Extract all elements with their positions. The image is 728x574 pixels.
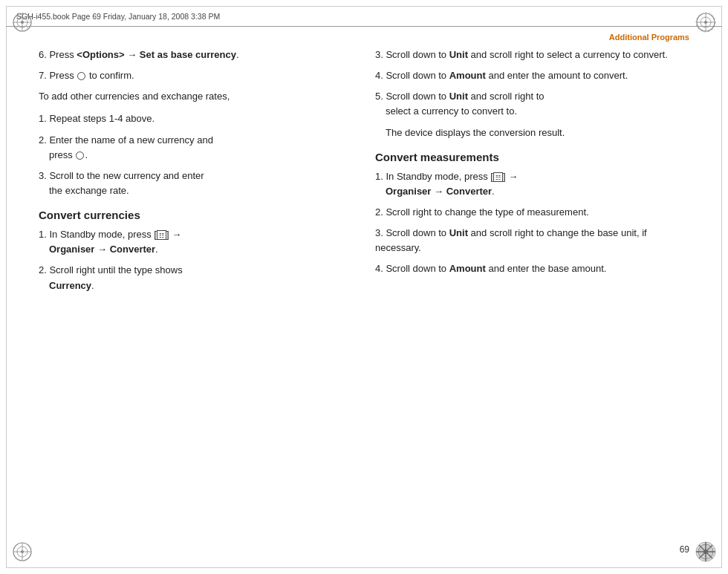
circle-icon bbox=[77, 72, 85, 80]
svg-point-19 bbox=[21, 550, 24, 553]
convert-currencies-title: Convert currencies bbox=[39, 209, 353, 221]
left-column: 6. Press <Options> → Set as base currenc… bbox=[39, 45, 353, 535]
menu-icon: ☷ bbox=[157, 230, 166, 240]
step-1-repeat: 1. Repeat steps 1-4 above. bbox=[39, 111, 353, 126]
convert-currencies-step-1: 1. In Standby mode, press [☷] → Organise… bbox=[39, 227, 353, 257]
right-step-3-unit: 3. Scroll down to Unit and scroll right … bbox=[375, 48, 689, 62]
header-text: SGH-i455.book Page 69 Friday, January 18… bbox=[16, 12, 220, 21]
svg-line-5 bbox=[16, 16, 18, 18]
right-column: 3. Scroll down to Unit and scroll right … bbox=[375, 45, 689, 535]
convert-measurements-step-2: 2. Scroll right to change the type of me… bbox=[375, 205, 689, 220]
convert-currencies-step-2: 2. Scroll right until the type shows Cur… bbox=[39, 263, 353, 293]
corner-decoration-bl bbox=[10, 540, 34, 564]
main-content: 6. Press <Options> → Set as base currenc… bbox=[39, 45, 689, 535]
convert-measurements-step-1: 1. In Standby mode, press [☷] → Organise… bbox=[375, 169, 689, 199]
right-step-4-amount: 4. Scroll down to Amount and enter the a… bbox=[375, 68, 689, 83]
step-3-scroll-currency: 3. Scroll to the new currency and enter … bbox=[39, 169, 353, 198]
menu-icon-2: ☷ bbox=[493, 172, 503, 182]
right-step-5-unit: 5. Scroll down to Unit and scroll right … bbox=[375, 89, 689, 119]
corner-decoration-br bbox=[694, 540, 718, 564]
svg-point-13 bbox=[704, 21, 707, 24]
header-bar: SGH-i455.book Page 69 Friday, January 18… bbox=[6, 6, 722, 27]
convert-measurements-title: Convert measurements bbox=[375, 151, 689, 163]
svg-line-6 bbox=[27, 16, 28, 18]
page-number: 69 bbox=[680, 544, 689, 555]
para-add-currencies: To add other currencies and exchange rat… bbox=[39, 89, 353, 104]
section-header: Additional Programs bbox=[609, 33, 689, 42]
circle-icon-2 bbox=[76, 151, 84, 160]
convert-measurements-step-4: 4. Scroll down to Amount and enter the b… bbox=[375, 261, 689, 276]
corner-decoration-tr bbox=[694, 10, 718, 34]
step-2-enter-name: 2. Enter the name of a new currency and … bbox=[39, 133, 353, 163]
step-7: 7. Press to confirm. bbox=[39, 68, 353, 83]
para-conversion-result: The device displays the conversion resul… bbox=[375, 125, 689, 140]
svg-line-8 bbox=[27, 27, 28, 28]
corner-decoration-tl bbox=[10, 10, 34, 34]
svg-point-26 bbox=[703, 549, 708, 554]
step-6: 6. Press <Options> → Set as base currenc… bbox=[39, 48, 353, 62]
svg-point-4 bbox=[21, 21, 24, 24]
svg-line-7 bbox=[16, 27, 18, 28]
convert-measurements-step-3: 3. Scroll down to Unit and scroll right … bbox=[375, 226, 689, 255]
